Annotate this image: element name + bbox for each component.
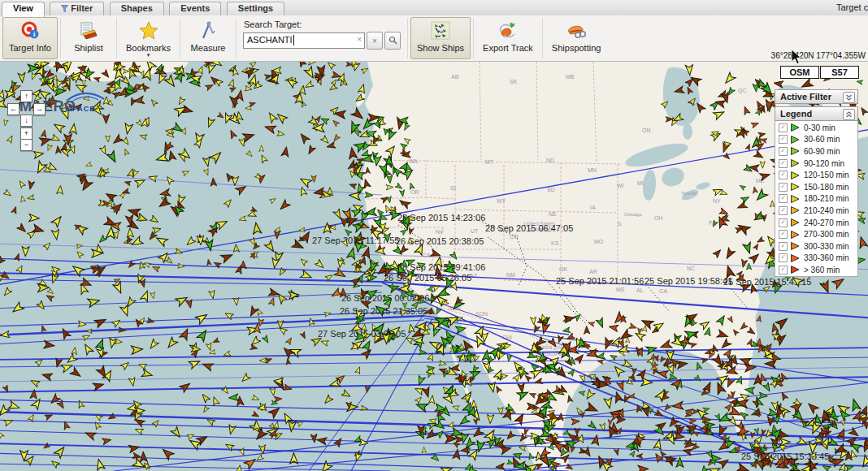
tab-shapes[interactable]: Shapes — [110, 2, 164, 16]
legend-item: ✓30-60 min — [775, 134, 857, 146]
show-ships-icon — [430, 20, 451, 41]
legend-checkbox[interactable]: ✓ — [779, 218, 788, 227]
legend-checkbox[interactable]: ✓ — [779, 123, 788, 132]
legend-items-list: ✓0-30 min✓30-60 min✓60-90 min✓90-120 min… — [775, 121, 858, 277]
active-filter-panel-header[interactable]: Active Filter — [775, 89, 858, 104]
toolbar-separator — [60, 18, 61, 58]
track-timestamp-label: 26 Sep 2015 05:26:05 — [384, 273, 471, 283]
export-track-button[interactable]: Export Track — [476, 17, 540, 59]
ship-triangle-icon — [791, 147, 800, 155]
tab-events[interactable]: Events — [169, 2, 221, 16]
geo-label: SK — [510, 79, 518, 84]
search-reset-button[interactable]: × — [367, 32, 383, 50]
legend-checkbox[interactable]: ✓ — [779, 242, 788, 251]
search-input-value: ASCHANTI — [247, 35, 293, 45]
legend-checkbox[interactable]: ✓ — [779, 147, 788, 156]
search-go-button[interactable] — [384, 32, 401, 50]
clear-text-icon[interactable]: × — [357, 35, 362, 44]
chevron-double-up-icon — [845, 111, 853, 119]
svg-text:SPACE: SPACE — [67, 105, 95, 113]
track-timestamp-label: 28 Sep 2015 06:47:05 — [485, 223, 573, 233]
expand-panel-button[interactable] — [843, 92, 855, 103]
pan-up-button[interactable]: ↑ — [20, 90, 33, 102]
ship-triangle-icon — [791, 159, 800, 167]
tab-view[interactable]: View — [2, 2, 45, 17]
geo-label: NC — [687, 266, 695, 271]
legend-checkbox[interactable]: ✓ — [779, 159, 788, 168]
search-target-group: Search Target: ASCHANTI × × — [243, 18, 401, 58]
measure-button[interactable]: Measure — [183, 17, 233, 59]
legend-item: ✓0-30 min — [775, 122, 857, 134]
ship-triangle-icon — [791, 136, 800, 144]
legend-label: 30-60 min — [804, 135, 840, 144]
geo-label: MN — [588, 167, 597, 173]
legend-checkbox[interactable]: ✓ — [779, 230, 788, 239]
shipspotting-button[interactable]: Shipspotting — [545, 17, 608, 59]
ship-triangle-icon — [791, 218, 800, 227]
legend-checkbox[interactable]: ✓ — [779, 171, 788, 179]
ship-triangle-icon — [791, 231, 800, 239]
legend-label: 60-90 min — [804, 147, 840, 156]
shiplist-icon — [78, 20, 99, 41]
legend-checkbox[interactable]: ✓ — [779, 135, 788, 144]
tab-settings[interactable]: Settings — [227, 2, 284, 16]
legend-item: ✓180-210 min — [775, 193, 857, 205]
measure-compass-icon — [197, 20, 219, 41]
geo-label: MO — [594, 239, 604, 244]
zoom-in-button[interactable]: + — [20, 127, 33, 140]
pan-left-button[interactable]: ← — [7, 103, 20, 115]
legend-label: 240-270 min — [804, 218, 849, 227]
pan-right-button[interactable]: → — [33, 103, 46, 115]
chevron-double-down-icon — [845, 94, 853, 102]
shipspotting-icon — [566, 20, 587, 41]
geo-label: AR — [589, 269, 597, 274]
geo-label: MT — [485, 159, 494, 165]
geo-label: MB — [566, 74, 575, 80]
geo-label: AB — [451, 74, 459, 80]
legend-label: 210-240 min — [804, 206, 849, 215]
tab-filter[interactable]: Filter — [50, 2, 104, 16]
map-area: ABSKMBQCONWAMTNDMNWIMIORIDSDWYIANVUTCOCA… — [0, 62, 868, 471]
legend-checkbox[interactable]: ✓ — [779, 266, 788, 274]
ship-triangle-icon — [791, 254, 800, 262]
legend-label: 90-120 min — [804, 159, 844, 168]
layer-s57-button[interactable]: S57 — [820, 66, 859, 79]
geo-label: ND — [546, 158, 554, 163]
map-canvas[interactable]: ABSKMBQCONWAMTNDMNWIMIORIDSDWYIANVUTCOCA… — [0, 62, 868, 471]
geo-label: WI — [617, 183, 624, 188]
shiplist-button[interactable]: Shiplist — [63, 17, 114, 59]
geo-label: Chicago — [624, 212, 643, 217]
geo-label: NM — [506, 272, 515, 278]
legend-checkbox[interactable]: ✓ — [779, 183, 788, 192]
legend-item: ✓270-300 min — [775, 228, 857, 240]
bookmarks-button[interactable]: Bookmarks ▾ — [119, 17, 177, 59]
track-timestamp-label: 25 Sep 2015 19:58:41 — [644, 276, 732, 286]
legend-item: ✓> 360 min — [775, 264, 857, 276]
geo-label: Toronto — [681, 191, 698, 196]
geo-label: ON — [642, 127, 651, 133]
legend-item: ✓90-120 min — [775, 158, 857, 170]
legend-label: 270-300 min — [804, 230, 849, 239]
geo-label: WA — [409, 158, 418, 164]
legend-checkbox[interactable]: ✓ — [779, 194, 788, 203]
legend-checkbox[interactable]: ✓ — [779, 253, 788, 262]
geo-label: AL — [636, 287, 644, 293]
geo-label: NV — [436, 229, 444, 235]
legend-label: > 360 min — [804, 266, 840, 274]
collapse-panel-button[interactable] — [843, 109, 855, 120]
ribbon-toolbar: i Target Info Shiplist Bookmarks ▾ — [0, 15, 868, 62]
zoom-out-button[interactable]: − — [20, 139, 33, 151]
search-icon — [388, 36, 397, 46]
geo-label: NE — [549, 211, 557, 217]
ship-triangle-icon — [791, 206, 800, 214]
pan-down-button[interactable]: ↓ — [20, 115, 33, 127]
search-input[interactable]: ASCHANTI × — [243, 32, 365, 49]
james-bay — [683, 123, 692, 140]
show-ships-button[interactable]: Show Ships — [410, 17, 471, 59]
target-info-button[interactable]: i Target Info — [2, 17, 58, 59]
geo-label: QC — [738, 88, 747, 94]
legend-checkbox[interactable]: ✓ — [779, 206, 788, 215]
legend-label: 150-180 min — [804, 183, 849, 192]
geo-label: ID — [450, 185, 456, 191]
legend-panel-header[interactable]: Legend — [775, 106, 858, 121]
